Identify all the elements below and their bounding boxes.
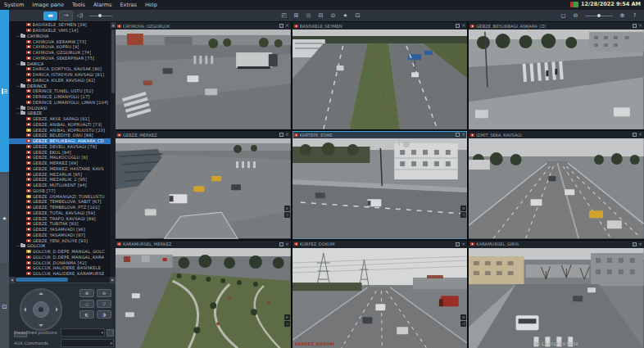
tree-item-camera[interactable]: GOLCUK_D.DEPE_MANGAL_KARA: [9, 255, 111, 260]
tree-item-folder[interactable]: GEBZE: [9, 111, 111, 116]
pane-layout-icon[interactable]: ▦: [303, 11, 314, 20]
new-image-pane-icon[interactable]: ⊞: [291, 11, 302, 20]
next-pane-button[interactable]: →: [59, 11, 73, 21]
tile-close-icon[interactable]: [285, 24, 289, 28]
tile-menu-icon[interactable]: [279, 242, 283, 246]
tree-item-folder[interactable]: DILOVASI: [9, 105, 111, 111]
volume-slider[interactable]: [89, 16, 112, 16]
tree-item-camera[interactable]: CAYIROVA_SEKERPINAR [75]: [9, 56, 111, 61]
tree-item-camera[interactable]: GEBZE_MEZARLIK_2 [95]: [9, 177, 111, 183]
tree-item-camera[interactable]: GEBZE_MERKEZ [69]: [9, 160, 111, 166]
tree-item-camera[interactable]: GEBZE_YASAMVADI [96]: [9, 227, 111, 233]
goto-position-button[interactable]: [107, 329, 114, 337]
tree-item-camera[interactable]: BASISKELE_VMS [14]: [9, 28, 111, 34]
snapshot-icon[interactable]: ⊙: [328, 11, 338, 20]
camera-tile-5-selected[interactable]: KARTEPE_ESME: [293, 131, 468, 238]
snapshot-icon[interactable]: ⊙: [284, 206, 290, 211]
tile-close-icon[interactable]: [285, 242, 289, 246]
tree-item-folder[interactable]: DARICA: [9, 61, 111, 66]
ptz-right-icon[interactable]: [56, 307, 58, 312]
tile-menu-icon[interactable]: [633, 24, 637, 28]
tree-item-camera[interactable]: GEBZE_MERKEZ_HASTANE_KAVS: [9, 166, 111, 172]
tile-close-icon[interactable]: [461, 24, 465, 28]
tile-close-icon[interactable]: [285, 133, 289, 137]
tile-close-icon[interactable]: [638, 133, 642, 137]
tree-item-camera[interactable]: GEBZE_MUTLUKENT [94]: [9, 183, 111, 188]
camera-tile-6[interactable]: IZMIT_SEKA_KAVSAGI: [469, 131, 644, 238]
menu-item[interactable]: Tools: [72, 2, 85, 8]
tile-menu-icon[interactable]: [456, 242, 460, 246]
tree-item-camera[interactable]: GOLCUK_HALIDERE_BASISKELE: [9, 265, 111, 271]
tile-close-icon[interactable]: [461, 242, 465, 246]
tree-item-camera[interactable]: GEBZE_YASAMVADI [87]: [9, 233, 111, 238]
camera-list-toggle-button[interactable]: ▬: [43, 11, 57, 20]
tile-menu-icon[interactable]: [456, 133, 460, 137]
ptz-center-button[interactable]: [33, 301, 49, 318]
scrollbar-thumb[interactable]: [111, 29, 115, 93]
ptz-direction-pad[interactable]: [20, 288, 62, 331]
tree-item-camera[interactable]: GEBZE_TEMBELOVA_PTZ [102]: [9, 205, 111, 210]
tile-menu-icon[interactable]: [279, 133, 283, 137]
tree-item-camera[interactable]: GEBZE_OSMANGAZI_TUNELUSTU: [9, 193, 111, 199]
favorites-icon[interactable]: ★: [340, 11, 351, 20]
ptz-iris-close-button[interactable]: ◑: [97, 310, 111, 319]
zoom-out-icon[interactable]: ⊖: [570, 11, 581, 20]
tab-image-panes[interactable]: ⊡: [0, 264, 9, 348]
tree-item-camera[interactable]: GEBZE_TUBITAK [83]: [9, 221, 111, 227]
camera-tile-1[interactable]: CAYIROVA_OZGURLUK: [116, 22, 291, 129]
tree-item-folder[interactable]: GOLCUK: [9, 243, 111, 249]
tree-item-camera[interactable]: GEBZE_TEMBELOVA_SABIT [67]: [9, 199, 111, 205]
tree-item-folder[interactable]: CAYIROVA: [9, 34, 111, 39]
tree-item-camera[interactable]: CAYIROVA_KERAMIK [73]: [9, 38, 111, 44]
snapshot-icon[interactable]: ⊙: [460, 206, 466, 211]
menu-item[interactable]: Alarms: [93, 2, 112, 8]
audio-icon[interactable]: ◁: [460, 321, 466, 327]
tree-item-camera-selected[interactable]: GEBZE_BEYLIKBAGI_ANKARA_CD: [9, 138, 111, 144]
menu-item[interactable]: System: [4, 2, 24, 8]
tree-item-camera[interactable]: GEBZE_MALKOCOGLU [8]: [9, 155, 111, 160]
camera-tile-8[interactable]: KORFEZ_DOKUM: [293, 241, 468, 348]
snapshot-icon[interactable]: ⊙: [460, 314, 466, 320]
tree-item-camera[interactable]: DERINCE_LIMANYOLU [17]: [9, 94, 111, 100]
scrollbar-thumb[interactable]: [16, 278, 68, 282]
ptz-down-icon[interactable]: [39, 324, 43, 327]
speaker-icon[interactable]: ◁): [75, 11, 85, 20]
tree-horizontal-scrollbar[interactable]: ◀ ▶: [9, 277, 116, 282]
tree-item-camera[interactable]: GEBZE_MEZARLIK [85]: [9, 171, 111, 177]
tree-item-camera[interactable]: GOLCUK_D.DEPE_MANGAL_GOLC: [9, 249, 111, 255]
camera-tile-7[interactable]: KARAMURSEL_MERKEZ: [116, 241, 291, 348]
tree-item-camera[interactable]: GOLCUK_DONANMA [42]: [9, 260, 111, 265]
camera-tile-9[interactable]: KARAMURSEL_GIRIS: [469, 241, 644, 348]
tree-item-camera[interactable]: CAYIROVA_OZGURLUK [74]: [9, 50, 111, 56]
tree-item-folder[interactable]: DERINCE: [9, 83, 111, 88]
tree-item-camera[interactable]: DARICA_ISTASYON_KAVSAGI [81]: [9, 72, 111, 78]
tab-favorites[interactable]: ★: [0, 173, 9, 264]
zoom-in-icon[interactable]: ⊕: [617, 11, 628, 20]
camera-tile-2[interactable]: BASISKELE_SEYMEN: [293, 22, 468, 129]
tab-device-tree[interactable]: [0, 10, 9, 172]
print-icon[interactable]: ⊟: [315, 11, 326, 20]
camera-tile-3[interactable]: GEBZE_BEYLIKBAGI_ANKARA_CD: [469, 22, 644, 129]
tree-item-camera[interactable]: DERINCE_TUNEL_USTU [52]: [9, 88, 111, 94]
ptz-focus-near-button[interactable]: △: [79, 300, 94, 308]
tree-item-camera[interactable]: DERINCE_LIMANYOLU_LIMAN [104]: [9, 100, 111, 106]
tree-item-camera[interactable]: GEBZE_BELEDIYE_ONU [88]: [9, 133, 111, 138]
tree-item-camera[interactable]: DARICA_KILER_KAVSAGI [82]: [9, 78, 111, 84]
ptz-zoom-out-button[interactable]: ⊖: [97, 289, 111, 297]
tree-item-camera[interactable]: CAYIROVA_KOPRU [9]: [9, 44, 111, 50]
ptz-left-icon[interactable]: [24, 307, 26, 312]
tile-menu-icon[interactable]: [279, 24, 283, 28]
tree-item-camera[interactable]: GEBZE_TRAFO_KAVSAGI [89]: [9, 215, 111, 221]
audio-icon[interactable]: ◁: [460, 212, 466, 218]
tile-close-icon[interactable]: [638, 24, 642, 28]
tree-item-camera[interactable]: GEBZE_ANIBAL_KOPRUALTI [73]: [9, 122, 111, 128]
camera-tile-4[interactable]: GEBZE_MERKEZ: [116, 131, 291, 238]
tree-item-camera[interactable]: GEBZE_AKSE_SAPAGI [61]: [9, 116, 111, 122]
predefined-positions-select[interactable]: [61, 328, 105, 337]
ptz-zoom-in-button[interactable]: ⊕: [79, 289, 94, 297]
audio-icon[interactable]: ◁: [284, 212, 290, 218]
menu-item[interactable]: Help: [145, 2, 157, 8]
tree-item-camera[interactable]: BASISKELE_SEYMEN [39]: [9, 22, 111, 28]
ptz-iris-open-button[interactable]: ◐: [79, 310, 94, 319]
scroll-left-icon[interactable]: ◀: [9, 277, 15, 282]
